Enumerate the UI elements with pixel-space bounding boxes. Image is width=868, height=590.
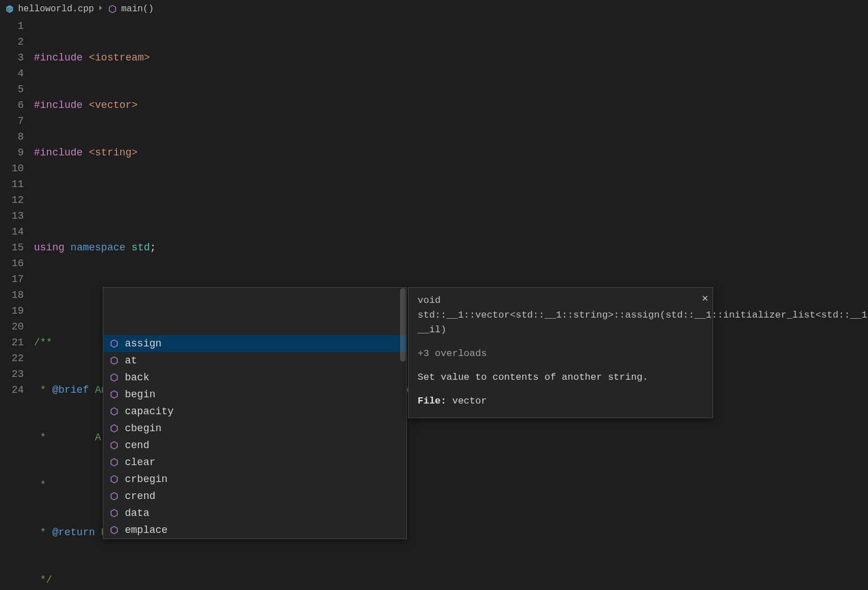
suggest-item-label: clear: [125, 454, 155, 470]
method-icon: [109, 491, 119, 501]
method-icon: [109, 423, 119, 433]
suggest-item-label: crend: [125, 488, 155, 504]
method-icon: [109, 508, 119, 518]
line-number: 11: [0, 176, 24, 192]
breadcrumb-symbol-label: main(): [121, 1, 154, 17]
svg-text:C+: C+: [7, 7, 12, 11]
code-editor[interactable]: 123456789101112131415161718192021222324 …: [0, 18, 868, 590]
breadcrumb-symbol[interactable]: main(): [107, 1, 154, 17]
method-icon: [109, 406, 119, 417]
line-number: 20: [0, 319, 24, 335]
line-number: 7: [0, 113, 24, 129]
line-number: 8: [0, 129, 24, 145]
line-number: 12: [0, 192, 24, 208]
doc-file: File: vector: [418, 394, 692, 409]
line-number: 4: [0, 66, 24, 81]
method-icon: [107, 4, 118, 14]
line-number: 2: [0, 34, 24, 50]
suggest-item-label: cbegin: [125, 420, 162, 436]
line-number: 22: [0, 350, 24, 366]
method-icon: [109, 372, 119, 383]
line-number: 21: [0, 335, 24, 350]
suggest-item[interactable]: assign: [103, 335, 406, 352]
suggest-item[interactable]: data: [103, 505, 406, 522]
method-icon: [109, 474, 119, 484]
suggest-item[interactable]: begin: [103, 386, 406, 403]
suggest-item-label: cend: [125, 437, 149, 453]
line-number: 24: [0, 382, 24, 398]
suggest-item-label: begin: [125, 387, 155, 402]
cpp-file-icon: C+: [5, 4, 15, 14]
scrollbar-thumb[interactable]: [400, 288, 406, 362]
line-number: 6: [0, 97, 24, 113]
line-number: 14: [0, 224, 24, 240]
line-number: 17: [0, 271, 24, 287]
breadcrumb-file-label: helloworld.cpp: [18, 1, 94, 17]
method-icon: [109, 355, 119, 366]
suggest-item-label: at: [125, 353, 137, 368]
line-number-gutter: 123456789101112131415161718192021222324: [0, 18, 34, 590]
line-number: 13: [0, 208, 24, 224]
suggest-item[interactable]: cend: [103, 437, 406, 454]
intellisense-doc-panel: ✕ void std::__1::vector<std::__1::string…: [408, 287, 713, 418]
suggest-item[interactable]: crend: [103, 488, 406, 505]
line-number: 16: [0, 255, 24, 271]
suggest-item[interactable]: crbegin: [103, 471, 406, 488]
line-number: 9: [0, 145, 24, 160]
method-icon: [109, 457, 119, 467]
doc-signature: void std::__1::vector<std::__1::string>:…: [418, 293, 692, 337]
line-number: 19: [0, 303, 24, 319]
line-number: 23: [0, 366, 24, 382]
method-icon: [109, 525, 119, 535]
suggest-item[interactable]: back: [103, 369, 406, 386]
suggest-item-label: crbegin: [125, 471, 168, 487]
suggest-item-label: assign: [125, 336, 162, 352]
suggest-item[interactable]: emplace: [103, 522, 406, 539]
suggest-item-label: back: [125, 370, 149, 385]
line-number: 15: [0, 240, 24, 255]
intellisense-suggest-list[interactable]: assignatbackbegincapacitycbegincendclear…: [103, 287, 407, 539]
doc-overloads: +3 overloads: [418, 346, 692, 361]
breadcrumb-file[interactable]: C+ helloworld.cpp: [5, 1, 94, 17]
line-number: 18: [0, 287, 24, 303]
line-number: 1: [0, 18, 24, 34]
code-area[interactable]: #include <iostream> #include <vector> #i…: [34, 18, 868, 590]
suggest-item[interactable]: capacity: [103, 403, 406, 420]
line-number: 5: [0, 81, 24, 97]
line-number: 10: [0, 160, 24, 176]
suggest-item[interactable]: at: [103, 352, 406, 369]
suggest-item-label: emplace: [125, 522, 168, 538]
method-icon: [109, 339, 119, 349]
suggest-item-label: capacity: [125, 404, 173, 419]
line-number: 3: [0, 50, 24, 66]
method-icon: [109, 440, 119, 450]
chevron-right-icon: [97, 1, 104, 17]
suggest-item-label: data: [125, 505, 149, 521]
suggest-item[interactable]: clear: [103, 454, 406, 471]
doc-description: Set value to contents of another string.: [418, 370, 692, 385]
close-icon[interactable]: ✕: [702, 291, 708, 306]
method-icon: [109, 389, 119, 400]
breadcrumb: C+ helloworld.cpp main(): [0, 0, 868, 18]
suggest-item[interactable]: cbegin: [103, 420, 406, 437]
